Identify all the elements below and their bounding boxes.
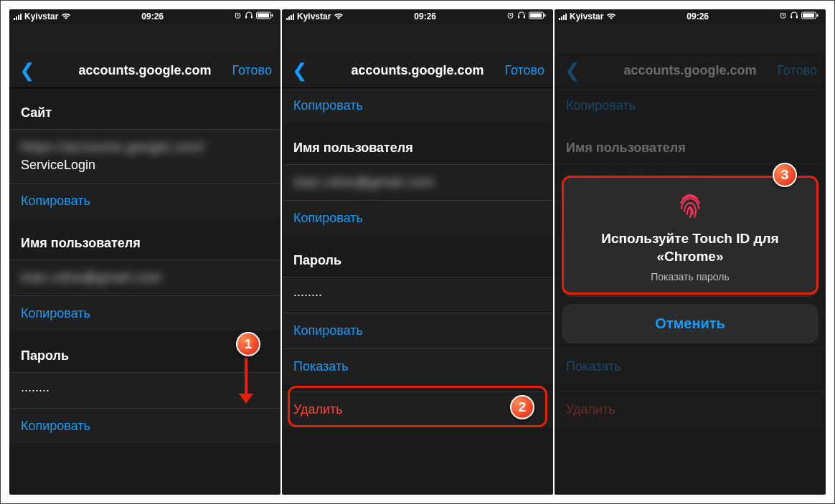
done-button[interactable]: Готово bbox=[777, 63, 826, 78]
cellular-icon bbox=[286, 14, 294, 20]
ghost-toolbar bbox=[282, 24, 553, 54]
touchid-title: Используйте Touch ID для «Chrome» bbox=[576, 230, 804, 265]
username-header: Имя пользователя bbox=[282, 130, 553, 164]
touchid-main: Используйте Touch ID для «Chrome» Показа… bbox=[562, 176, 819, 297]
delete-button: Удалить bbox=[555, 391, 826, 427]
copy-site-button[interactable]: Копировать bbox=[9, 183, 280, 219]
username-row[interactable]: stan.vdne@gmail.com bbox=[9, 260, 280, 295]
back-icon[interactable]: ❮ bbox=[9, 60, 45, 82]
cellular-icon bbox=[559, 14, 567, 20]
ghost-toolbar bbox=[9, 24, 280, 54]
wifi-icon bbox=[61, 13, 71, 20]
callout-badge-2: 2 bbox=[510, 395, 534, 419]
touchid-subtitle: Показать пароль bbox=[576, 271, 804, 282]
svg-rect-5 bbox=[271, 14, 273, 17]
done-button[interactable]: Готово bbox=[504, 63, 553, 78]
svg-rect-10 bbox=[530, 14, 542, 18]
copy-password-button[interactable]: Копировать bbox=[282, 313, 553, 348]
username-text: stan.vdne@gmail.com bbox=[21, 270, 162, 285]
headphones-icon bbox=[517, 11, 526, 22]
panel-2: Kyivstar 09:26 ❮ accounts.google.com Гот… bbox=[282, 9, 553, 495]
nav-bar: ❮ accounts.google.com Готово bbox=[555, 54, 826, 88]
touchid-sheet: Используйте Touch ID для «Chrome» Показа… bbox=[562, 176, 819, 343]
site-header: Сайт bbox=[9, 95, 280, 129]
svg-rect-11 bbox=[544, 14, 545, 17]
site-section: Сайт https://accounts.google.com/ Servic… bbox=[9, 95, 280, 219]
svg-rect-14 bbox=[796, 16, 798, 19]
headphones-icon bbox=[790, 11, 798, 22]
ghost-toolbar bbox=[555, 24, 826, 54]
status-bar: Kyivstar 09:26 bbox=[555, 9, 826, 24]
callout-badge-1: 1 bbox=[236, 332, 260, 356]
svg-rect-2 bbox=[251, 16, 253, 19]
username-header: Имя пользователя bbox=[555, 130, 826, 164]
username-header: Имя пользователя bbox=[9, 226, 280, 260]
back-icon[interactable]: ❮ bbox=[555, 60, 590, 82]
clock: 09:26 bbox=[141, 11, 164, 22]
carrier-label: Kyivstar bbox=[570, 11, 603, 22]
username-text: stan.vdne@gmail.com bbox=[293, 175, 435, 189]
callout-badge-3: 3 bbox=[773, 163, 797, 187]
battery-icon bbox=[256, 11, 273, 22]
clock: 09:26 bbox=[687, 11, 709, 22]
alarm-icon bbox=[234, 11, 242, 22]
delete-section: Удалить bbox=[555, 391, 826, 427]
password-header: Пароль bbox=[282, 243, 553, 277]
fingerprint-icon bbox=[673, 189, 707, 223]
cellular-icon bbox=[14, 14, 22, 20]
username-section: Имя пользователя stan.vdne@gmail.com Коп… bbox=[282, 130, 553, 236]
site-url-text: https://accounts.google.com/ bbox=[21, 140, 205, 154]
battery-icon bbox=[801, 11, 819, 22]
svg-rect-1 bbox=[245, 16, 247, 19]
battery-icon bbox=[529, 11, 546, 22]
status-bar: Kyivstar 09:26 bbox=[9, 9, 280, 24]
copy-username-button[interactable]: Копировать bbox=[9, 295, 280, 331]
nav-bar: ❮ accounts.google.com Готово bbox=[282, 54, 553, 88]
show-password-button: Показать bbox=[555, 348, 826, 384]
back-icon[interactable]: ❮ bbox=[282, 60, 318, 82]
copy-site-button[interactable]: Копировать bbox=[282, 88, 553, 123]
panel-1: Kyivstar 09:26 ❮ accounts.google.com Гот… bbox=[9, 9, 280, 495]
nav-bar: ❮ accounts.google.com Готово bbox=[9, 54, 280, 88]
username-section: Имя пользователя stan.vdne@gmail.com Коп… bbox=[9, 226, 280, 331]
carrier-label: Kyivstar bbox=[297, 11, 331, 22]
username-row[interactable]: stan.vdne@gmail.com bbox=[282, 164, 553, 200]
status-bar: Kyivstar 09:26 bbox=[282, 9, 553, 24]
alarm-icon bbox=[779, 11, 787, 22]
password-row[interactable]: ········ bbox=[282, 277, 553, 313]
show-password-button[interactable]: Показать bbox=[282, 348, 553, 384]
wifi-icon bbox=[334, 13, 344, 20]
svg-rect-16 bbox=[803, 14, 814, 18]
alarm-icon bbox=[506, 11, 514, 22]
svg-rect-4 bbox=[258, 14, 269, 18]
copy-site-button: Копировать bbox=[555, 88, 826, 123]
password-section: Пароль ········ Копировать Показать bbox=[282, 243, 553, 384]
panel-3: Kyivstar 09:26 ❮ accounts.google.com Гот… bbox=[555, 9, 826, 495]
carrier-label: Kyivstar bbox=[24, 11, 58, 22]
service-login: ServiceLogin bbox=[9, 158, 280, 183]
headphones-icon bbox=[245, 11, 253, 22]
clock: 09:26 bbox=[414, 11, 436, 22]
copy-password-button[interactable]: Копировать bbox=[9, 408, 280, 444]
touchid-cancel-button[interactable]: Отменить bbox=[562, 304, 819, 343]
svg-rect-8 bbox=[524, 16, 525, 19]
svg-rect-7 bbox=[518, 16, 519, 19]
wifi-icon bbox=[606, 13, 616, 20]
copy-username-button[interactable]: Копировать bbox=[282, 200, 553, 236]
svg-rect-17 bbox=[816, 14, 818, 17]
done-button[interactable]: Готово bbox=[232, 63, 280, 78]
callout-arrow bbox=[239, 358, 253, 404]
svg-rect-13 bbox=[791, 16, 792, 19]
